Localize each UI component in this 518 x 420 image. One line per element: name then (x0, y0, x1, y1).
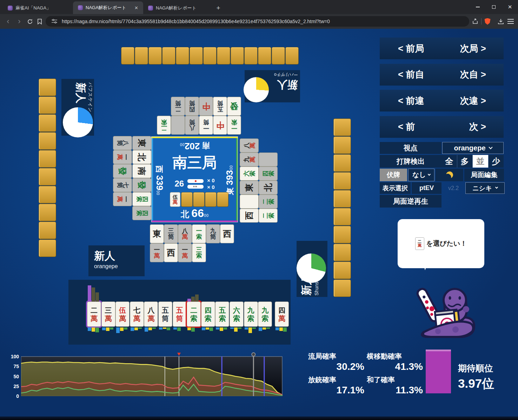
prev-button[interactable]: < 前違 (380, 90, 442, 111)
prev-button[interactable]: < 前自 (380, 64, 442, 86)
probability-chart: 1007550250 (21, 352, 283, 396)
wall-tile (39, 204, 56, 221)
recommendation-bar (131, 327, 134, 331)
recommendation-bar (230, 327, 234, 329)
reverse-play-button[interactable]: 局面逆再生 (380, 195, 441, 208)
expected-rank: 期待順位 3.97位 (458, 363, 494, 392)
hand-tile[interactable]: 四索 (201, 302, 215, 327)
hand-tile[interactable]: 九索 (244, 302, 258, 327)
wall-tile (333, 262, 351, 279)
mahjong-tile: 六索 (240, 167, 259, 181)
next-button[interactable]: 次自 > (442, 64, 504, 86)
discards-west-col1: 東北南發四索四索 (132, 136, 151, 220)
display-select-button[interactable]: 表示選択 (380, 182, 411, 194)
tab-report-2[interactable]: NAGA解析レポート (143, 2, 213, 14)
next-button[interactable]: 次局 > (442, 38, 504, 59)
drawn-tile[interactable]: 四萬 (275, 302, 289, 327)
wall-tile (162, 47, 175, 65)
board-edit-button[interactable]: 局面編集 (464, 169, 504, 181)
prev-button[interactable]: < 前 (380, 116, 442, 138)
dahai-option-4[interactable]: 少 (488, 155, 504, 168)
next-button[interactable]: 次 > (442, 116, 504, 138)
wall-tile (39, 79, 56, 96)
wall-tile (39, 150, 56, 168)
hand-tile[interactable]: 五筒 (173, 302, 187, 327)
nav-row: < 前局次局 > (380, 38, 504, 59)
dahai-option-2[interactable]: 多 (457, 155, 473, 168)
recommendation-bar (245, 327, 248, 330)
close-button[interactable]: ✕ (502, 0, 518, 14)
new-tab-button[interactable]: + (213, 3, 223, 13)
recommendation-bar (163, 327, 166, 329)
y-axis-tick: 100 (9, 354, 19, 359)
stat-houjuu: 放銃確率17.1% (308, 375, 364, 396)
ptev-button[interactable]: ptEV (412, 182, 441, 194)
mahjong-tile: 西 (220, 224, 234, 243)
share-icon[interactable] (471, 18, 479, 25)
hand-tile[interactable]: 五索 (215, 302, 229, 327)
discards-toimen-row1: 二索八筒一筒中一索 (157, 116, 241, 135)
dahai-option-3[interactable]: 並 (472, 155, 488, 168)
discards-toimen-row2: 二筒四筒中五筒發 (171, 97, 241, 116)
back-icon[interactable]: ‹ (4, 18, 13, 25)
wall-left (39, 79, 56, 257)
hand-tile[interactable]: 五筒 (158, 302, 172, 327)
hand-tile[interactable]: 七萬 (130, 302, 144, 327)
recommendation-bar (95, 327, 99, 332)
browser-toolbar: ‹ › https://naga.dmv.nico/htmls/7704c3a3… (0, 14, 518, 29)
hand-tile[interactable]: 二索 (187, 302, 201, 327)
site-settings-icon[interactable] (51, 18, 58, 25)
speech-text: を選びたい！ (426, 239, 467, 248)
wall-tile (333, 136, 351, 154)
menu-icon[interactable] (507, 18, 514, 25)
recommendation-bar (220, 327, 223, 331)
wall-tile (39, 114, 56, 132)
mahjong-tile: 四筒 (185, 97, 199, 116)
mahjong-tile: 七筒 (113, 178, 132, 192)
dahai-option-1[interactable]: 全 (441, 155, 457, 168)
recommendation-bar (206, 327, 209, 330)
forward-icon[interactable]: › (15, 18, 24, 25)
recommendation-bar (159, 327, 162, 330)
mahjong-tile (259, 153, 278, 167)
hand-tile[interactable]: 九索 (258, 302, 272, 327)
mahjong-tile: 一索 (227, 116, 241, 135)
wall-tile (272, 47, 285, 65)
chevron-down-icon (489, 145, 492, 149)
dora-back-tile (193, 192, 205, 207)
brave-shield-icon[interactable] (484, 18, 491, 25)
hand-tile[interactable]: 伍萬 (115, 302, 130, 327)
minimize-button[interactable] (470, 0, 486, 14)
tab-naga-home[interactable]: 麻雀AI「NAGA」 (3, 2, 73, 14)
night-mode-button[interactable] (436, 169, 463, 181)
close-tab-icon[interactable]: ✕ (134, 5, 138, 11)
mahjong-tile: 四索 (132, 206, 151, 220)
riichi-stick-100-icon (187, 185, 204, 189)
model-select[interactable]: ニシキ (465, 182, 505, 194)
wall-tile (176, 47, 189, 65)
mahjong-tile: 一萬 (178, 243, 192, 262)
reload-icon[interactable] (26, 18, 34, 25)
viewpoint-select[interactable]: orangepe (442, 142, 504, 154)
recommendation-bar (145, 327, 148, 332)
hand-tile[interactable]: 六索 (230, 302, 244, 327)
next-button[interactable]: 次違 > (442, 90, 504, 111)
prev-button[interactable]: < 前局 (380, 38, 442, 59)
player-rank: 新人 (274, 77, 298, 92)
fusehai-select[interactable]: なし (408, 169, 434, 181)
fusehai-button[interactable]: 伏牌 (380, 169, 407, 181)
dora-face-down-tiles (181, 192, 228, 207)
stat-yokoidou: 横移動確率41.3% (367, 352, 423, 372)
y-axis-tick: 25 (9, 384, 19, 389)
bookmark-icon[interactable] (36, 18, 44, 25)
download-icon[interactable] (497, 18, 505, 25)
url-bar[interactable]: https://naga.dmv.nico/htmls/7704c3a39558… (46, 16, 469, 27)
hand-tile[interactable]: 三萬 (101, 302, 115, 327)
riichi-count: × 0 (207, 177, 214, 183)
mahjong-tile: 八筒 (185, 116, 199, 135)
hand-tile[interactable]: 二萬 (87, 302, 101, 327)
tab-report-active[interactable]: NAGA解析レポート ✕ (73, 1, 143, 14)
maximize-button[interactable] (486, 0, 502, 14)
score-west: 西 33900 (154, 163, 165, 198)
hand-tile[interactable]: 八萬 (144, 302, 158, 327)
